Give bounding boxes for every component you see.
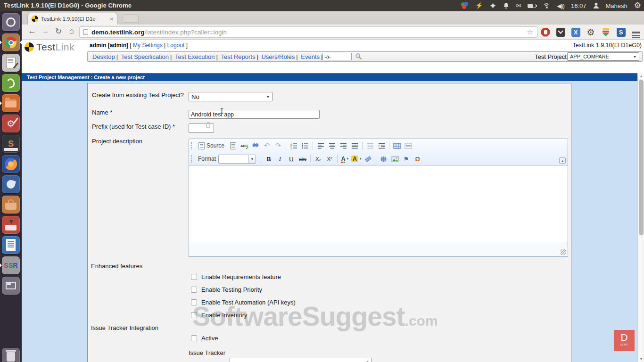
find-button[interactable] <box>250 140 261 151</box>
source-button[interactable]: Source <box>196 140 227 151</box>
wifi-icon[interactable] <box>543 3 550 8</box>
redo-button[interactable]: ↷ <box>273 140 283 151</box>
extension-pocket-icon[interactable] <box>555 27 566 37</box>
user-name[interactable]: Mahesh <box>606 2 627 9</box>
extension-blue-icon[interactable]: X <box>570 27 581 37</box>
session-gear-icon[interactable]: ⚙ <box>634 2 641 9</box>
nav-users-roles[interactable]: Users/Roles <box>261 53 295 60</box>
back-button[interactable]: ← <box>26 26 38 36</box>
align-right-button[interactable] <box>338 140 348 151</box>
launcher-green-app[interactable] <box>2 74 20 92</box>
nav-desktop[interactable]: Desktop <box>92 53 115 60</box>
scrollbar-thumb[interactable] <box>639 80 644 235</box>
numbered-list-button[interactable]: 123 <box>289 140 299 151</box>
battery-icon[interactable] <box>528 4 536 8</box>
preview-button[interactable] <box>228 140 238 151</box>
workspace-icon[interactable] <box>489 2 496 9</box>
reload-button[interactable]: ↻ <box>53 26 64 36</box>
align-center-button[interactable] <box>327 140 337 151</box>
browser-tab[interactable]: TestLink 1.9.10(El D1e × <box>27 13 118 25</box>
svg-text:3: 3 <box>290 147 292 149</box>
align-left-button[interactable] <box>315 140 326 151</box>
bold-button[interactable]: B <box>264 154 274 164</box>
editor-content-area[interactable] <box>189 166 568 242</box>
background-color-button[interactable]: A ▼ <box>351 154 362 164</box>
nav-events[interactable]: Events <box>301 53 320 60</box>
create-from-select[interactable]: No ▼ <box>189 92 272 101</box>
requirements-checkbox-label[interactable]: Enable Requirements feature <box>201 273 281 280</box>
launcher-ubuntu-dash[interactable] <box>2 13 20 31</box>
nav-test-specification[interactable]: Test Specification <box>121 53 169 60</box>
notification-bell-icon[interactable] <box>503 2 509 9</box>
launcher-sublime-text[interactable]: S <box>2 135 20 153</box>
launcher-libreoffice-writer[interactable] <box>2 236 20 254</box>
logout-link[interactable]: Logout <box>167 42 185 49</box>
caret-down-icon: ▼ <box>366 361 369 362</box>
search-icon[interactable] <box>355 53 362 60</box>
horizontal-rule-button[interactable] <box>403 140 413 151</box>
undo-button[interactable]: ↶ <box>262 140 272 151</box>
subscript-button[interactable]: X₂ <box>313 154 323 164</box>
issue-tracker-section-label: Issue Tracker Integration <box>91 324 158 331</box>
launcher-package-installer[interactable] <box>2 216 20 234</box>
remove-format-button[interactable] <box>363 154 373 164</box>
active-checkbox[interactable] <box>191 335 197 341</box>
nav-test-execution[interactable]: Test Execution <box>175 53 215 60</box>
superscript-button[interactable]: X² <box>324 154 335 164</box>
my-settings-link[interactable]: My Settings <box>133 42 163 49</box>
launcher-blue-app[interactable] <box>2 175 20 193</box>
active-checkbox-label[interactable]: Active <box>201 335 218 342</box>
launcher-trash[interactable] <box>2 348 20 362</box>
indent-button[interactable] <box>376 140 387 151</box>
mail-icon[interactable]: ✉ <box>516 2 521 9</box>
launcher-firefox[interactable] <box>2 155 20 173</box>
extension-gear-icon[interactable]: ⚙ <box>586 27 596 37</box>
flag-button[interactable]: ⚑ <box>401 154 412 164</box>
image-button[interactable] <box>390 154 400 164</box>
strikethrough-button[interactable]: abc <box>297 154 308 164</box>
rich-text-editor: Source ABC ✓ ↶ ↷ 123 <box>189 139 568 257</box>
home-button[interactable]: ⌂ <box>66 26 77 36</box>
table-button[interactable] <box>392 140 402 151</box>
test-project-select[interactable]: APP_COMPARE ▼ <box>567 52 639 61</box>
scroll-down-icon[interactable]: ▼ <box>638 357 644 361</box>
extension-stack-icon[interactable] <box>601 27 611 37</box>
launcher-system-tools[interactable]: ⚙ <box>2 115 20 132</box>
outdent-button[interactable] <box>365 140 375 151</box>
testcase-search-input[interactable] <box>322 53 352 60</box>
new-tab-button[interactable] <box>123 14 139 23</box>
scroll-up-icon[interactable]: ▲ <box>638 74 644 78</box>
issue-tracker-select[interactable]: ▼ <box>230 358 372 362</box>
italic-button[interactable]: I <box>275 154 285 164</box>
chrome-menu-icon[interactable] <box>631 27 641 37</box>
launcher-window-tool[interactable] <box>2 277 20 295</box>
launcher-software-center[interactable] <box>2 196 20 214</box>
tab-close-icon[interactable]: × <box>110 16 114 23</box>
bullet-list-button[interactable] <box>300 140 310 151</box>
nav-test-reports[interactable]: Test Reports <box>221 53 255 60</box>
clock[interactable]: 16:07 <box>571 2 586 9</box>
resize-grip-icon[interactable] <box>561 249 566 255</box>
name-input[interactable] <box>189 110 320 119</box>
indicator-app-icon[interactable] <box>460 2 469 9</box>
launcher-text-editor[interactable] <box>2 54 20 72</box>
testing-priority-checkbox[interactable] <box>191 287 197 293</box>
forward-button[interactable]: → <box>40 26 51 36</box>
link-button[interactable] <box>379 154 389 164</box>
spellcheck-button[interactable]: ABC ✓ <box>239 140 249 151</box>
power-icon[interactable]: ⚡ <box>475 2 483 9</box>
format-select[interactable]: ▼ <box>218 155 256 164</box>
address-bar[interactable]: demo.testlink.org /latest/index.php?call… <box>79 26 537 38</box>
toolbar-collapse-button[interactable]: ▲ <box>559 157 566 164</box>
requirements-checkbox[interactable] <box>191 274 197 280</box>
extension-s-icon[interactable]: S <box>616 27 626 37</box>
testing-priority-checkbox-label[interactable]: Enable Testing Priority <box>201 286 262 293</box>
text-color-button[interactable]: A ▼ <box>340 154 350 164</box>
volume-icon[interactable]: ◀)) <box>557 2 564 9</box>
extension-adblock-icon[interactable] <box>540 27 551 37</box>
underline-button[interactable]: U <box>286 154 297 164</box>
bookmark-star-icon[interactable]: ☆ <box>527 28 533 36</box>
page-scrollbar[interactable]: ▲ ▼ <box>637 73 644 362</box>
special-char-button[interactable]: Ω <box>413 154 423 164</box>
align-justify-button[interactable] <box>349 140 360 151</box>
